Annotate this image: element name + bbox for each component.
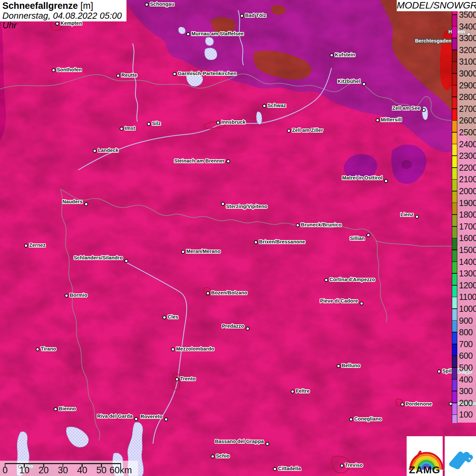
legend-segment	[452, 321, 457, 333]
city-dot	[415, 215, 419, 219]
zamg-logo: ZAMG	[407, 436, 443, 476]
city-dot	[362, 82, 366, 86]
legend-segment	[452, 144, 457, 156]
city-label: Pordenone	[406, 401, 432, 407]
city-label: Zernez	[29, 242, 46, 249]
legend-tick	[452, 226, 457, 227]
city-dot	[52, 68, 55, 72]
city-label: Meran/Merano	[186, 248, 221, 255]
city-dot	[171, 347, 175, 351]
city-label: Cittadella	[278, 465, 301, 472]
legend-segment	[452, 109, 457, 121]
legend-value: 2900	[459, 81, 476, 90]
legend-tick	[452, 391, 457, 391]
city-dot	[211, 455, 215, 458]
legend-segment	[452, 133, 457, 144]
legend-segment	[452, 250, 457, 262]
city-dot	[291, 390, 294, 393]
city-dot	[181, 250, 185, 254]
legend-value: 1800	[459, 210, 476, 219]
city-dot	[175, 377, 179, 381]
city-label: Silz	[152, 120, 161, 127]
legend-value: 3100	[459, 57, 476, 66]
legend-value: 800	[459, 328, 476, 337]
legend-tick	[452, 332, 457, 333]
legend-segment	[452, 274, 457, 286]
legend-tick	[452, 273, 457, 274]
legend-tick	[452, 297, 457, 298]
city-label: Innsbruck	[221, 119, 245, 125]
city-label: Mittersill	[381, 117, 402, 123]
page-title: Schneefallgrenze [m]	[2, 1, 126, 11]
city-label: Imst	[125, 125, 135, 132]
legend-tick	[452, 238, 457, 239]
city-dot	[254, 240, 258, 244]
city-dot	[273, 467, 277, 471]
legend-tick	[452, 50, 457, 50]
city-dot	[376, 118, 379, 122]
legend-segment	[452, 262, 457, 274]
legend-tick	[452, 73, 457, 74]
legend-tick	[452, 97, 457, 97]
city-dot	[65, 294, 68, 298]
legend-segment	[452, 27, 457, 39]
legend-segment	[452, 97, 457, 109]
city-dot	[360, 302, 363, 305]
legend-tick	[452, 26, 457, 27]
legend-tick	[452, 179, 457, 180]
legend-segment	[452, 403, 457, 415]
city-label: Predazzo	[222, 323, 244, 329]
city-dot	[145, 3, 149, 6]
city-dot	[173, 72, 176, 76]
city-dot	[384, 179, 388, 183]
city-label: Lienz	[401, 211, 413, 218]
snowgrid-logo	[445, 436, 476, 476]
scalebar-label: 0	[2, 465, 7, 475]
legend-value: 1900	[459, 199, 476, 207]
legend-value: 3500	[459, 10, 476, 19]
city-label: Nauders	[63, 199, 83, 205]
city-label: Zell am Ziller	[292, 127, 323, 134]
legend-colorbar	[452, 10, 457, 423]
city-dot	[206, 291, 210, 295]
city-label: Kufstein	[335, 52, 355, 58]
legend-tick	[452, 250, 457, 250]
legend-value: 1600	[459, 234, 476, 242]
legend-tick	[452, 414, 457, 415]
legend-segment	[452, 180, 457, 191]
legend-segment	[452, 333, 457, 344]
legend-value: 1400	[459, 257, 476, 266]
city-dot	[124, 259, 128, 263]
city-dot	[337, 364, 340, 368]
city-dot	[340, 464, 344, 468]
legend-value: 2100	[459, 175, 476, 184]
legend-segment	[452, 15, 457, 27]
city-dot	[134, 417, 138, 421]
legend-value: 1100	[459, 292, 476, 301]
city-label: Bormio	[70, 292, 87, 299]
legend-value: 2700	[459, 104, 476, 113]
city-layer: SchongauBad TölzKemptenMurnau am Staffel…	[0, 0, 476, 476]
legend-value: 3400	[459, 22, 476, 31]
city-label: Kitzbühel	[338, 78, 360, 85]
legend-tick	[452, 155, 457, 156]
legend-value: 2600	[459, 116, 476, 125]
city-dot	[437, 370, 441, 373]
legend-value: 2500	[459, 128, 476, 137]
city-label: Schlanders/Silandro	[74, 255, 123, 261]
city-dot	[226, 159, 230, 163]
city-label: Conegliano	[354, 416, 382, 422]
city-label: Bruneck/Brunico	[301, 222, 342, 228]
city-dot	[324, 278, 328, 282]
city-label: Belluno	[342, 362, 360, 369]
legend-tick	[452, 62, 457, 62]
legend-segment	[452, 380, 457, 392]
legend-segment	[452, 286, 457, 298]
legend-tick	[452, 14, 457, 15]
city-dot	[367, 233, 370, 237]
city-label: Schongau	[150, 1, 174, 7]
city-dot	[330, 53, 334, 57]
city-label: Zell am See	[392, 105, 420, 112]
legend-segment	[452, 415, 457, 423]
legend-value: 3200	[459, 46, 476, 54]
